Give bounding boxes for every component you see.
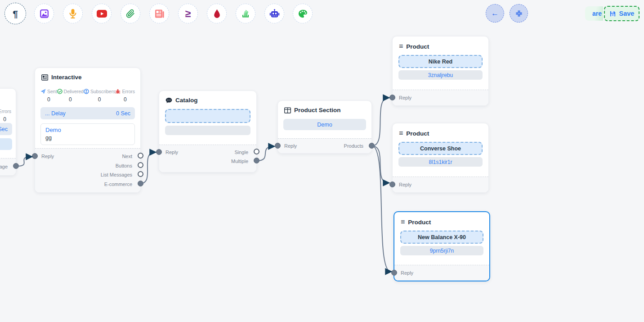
input-port-reply[interactable]: [156, 149, 162, 155]
stats-row: Sent 0 Delivered 0: [35, 81, 140, 103]
output-port-next[interactable]: [138, 153, 143, 159]
node-title: Catalog: [159, 91, 256, 104]
sent-icon: [40, 89, 46, 94]
delay-row[interactable]: 0 Sec: [0, 123, 12, 135]
image-icon: [40, 9, 49, 18]
retailer-id-box: 3znaljrebu: [398, 70, 483, 80]
node-footer: Message: [0, 158, 16, 175]
subscribers-icon: [84, 89, 89, 94]
paperclip-icon: [126, 9, 135, 18]
delivered-icon: [57, 89, 63, 94]
product-section-icon: [284, 107, 291, 113]
input-port-reply[interactable]: [389, 95, 395, 100]
input-port-reply[interactable]: [32, 153, 38, 159]
compress-icon: [515, 10, 523, 17]
node-footer: Reply Products: [278, 138, 371, 153]
youtube-icon: [97, 10, 107, 18]
save-button[interactable]: Save: [604, 6, 640, 21]
node-catalog[interactable]: Catalog Reply Single Multiple: [159, 91, 257, 172]
stack-icon: [241, 9, 250, 18]
tool-condition-button[interactable]: ≥: [178, 4, 198, 23]
tool-sequence-button[interactable]: [236, 4, 255, 23]
left-arrow-icon: ←: [491, 9, 499, 18]
output-port-single[interactable]: [254, 149, 259, 154]
back-button[interactable]: ←: [486, 4, 504, 23]
pilcrow-icon: ¶: [13, 9, 18, 18]
section-name-chip[interactable]: Demo: [283, 119, 366, 130]
output-port-products[interactable]: [369, 143, 375, 149]
product-name-box[interactable]: Converse Shoe: [398, 142, 483, 155]
input-port-reply[interactable]: [275, 143, 281, 149]
stat-errors: Errors: [0, 109, 11, 114]
node-product-3[interactable]: ≡ Product New Balance X-90 9prn5rji7n Re…: [394, 211, 490, 281]
save-button-label: Save: [619, 10, 635, 17]
tool-video-button[interactable]: [92, 4, 112, 23]
menu-icon: ≡: [399, 129, 403, 137]
tool-file-button[interactable]: [121, 4, 140, 23]
node-footer: Reply: [393, 90, 488, 105]
output-port-ecommerce[interactable]: [138, 181, 143, 186]
flow-canvas[interactable]: ¶: [0, 0, 644, 322]
node-title: ≡ Product: [394, 212, 489, 226]
node-title: Product Section: [278, 101, 371, 113]
node-message-clipped[interactable]: Errors 0 0 Sec Message: [0, 88, 16, 176]
droplet-icon: [213, 9, 221, 18]
output-port-list-messages[interactable]: [138, 171, 143, 177]
input-port-reply[interactable]: [389, 181, 395, 187]
newspaper-icon: [155, 9, 164, 18]
output-port-buttons[interactable]: [138, 162, 143, 168]
input-port-reply[interactable]: [391, 270, 397, 276]
node-title: Interactive: [35, 68, 140, 81]
product-name-box[interactable]: Nike Red: [398, 55, 483, 68]
microphone-icon: [68, 9, 77, 18]
node-product-1[interactable]: ≡ Product Nike Red 3znaljrebu Reply: [392, 36, 489, 106]
delay-row[interactable]: ... Delay 0 Sec: [40, 107, 135, 119]
quick-reply-chip[interactable]: [0, 138, 12, 150]
product-name-box[interactable]: New Balance X-90: [400, 231, 483, 244]
tool-image-button[interactable]: [34, 4, 54, 23]
node-product-section[interactable]: Product Section Demo Reply Products: [277, 100, 372, 154]
node-footer: Reply Next Buttons List Messages E-comme…: [35, 148, 140, 192]
errors-icon: [115, 89, 121, 94]
node-interactive[interactable]: Interactive Sent 0: [35, 68, 141, 193]
tool-bot-button[interactable]: [264, 4, 284, 23]
catalog-icon: [165, 97, 172, 104]
menu-icon: ≡: [399, 42, 403, 50]
interactive-icon: [41, 74, 48, 81]
retailer-id-box: 9prn5rji7n: [400, 246, 483, 255]
catalog-placeholder: [165, 126, 250, 135]
greater-equal-icon: ≥: [185, 9, 191, 19]
node-footer: Reply: [393, 177, 488, 192]
message-preview-card[interactable]: Demo gg: [40, 123, 135, 145]
floppy-disk-icon: [609, 10, 616, 17]
robot-icon: [269, 9, 280, 18]
fit-view-button[interactable]: [510, 4, 528, 23]
tool-text-button[interactable]: ¶: [4, 3, 26, 24]
tool-theme-button[interactable]: [293, 4, 313, 23]
tool-template-button[interactable]: [149, 4, 169, 23]
tool-audio-button[interactable]: [63, 4, 83, 23]
node-title: ≡ Product: [393, 36, 488, 50]
palette-icon: [298, 9, 308, 18]
output-port-multiple[interactable]: [254, 158, 259, 163]
node-title: ≡ Product: [393, 123, 488, 137]
node-footer: Reply: [394, 265, 489, 281]
retailer-id-box: 8l1s1kir1r: [398, 157, 483, 167]
node-footer: Reply Single Multiple: [159, 145, 256, 172]
menu-icon: ≡: [401, 218, 405, 226]
node-product-2[interactable]: ≡ Product Converse Shoe 8l1s1kir1r Reply: [392, 123, 489, 193]
save-ghost-partial: are: [585, 6, 603, 21]
node-palette-toolbar: ¶: [0, 0, 644, 27]
tool-drip-button[interactable]: [207, 4, 227, 23]
catalog-dropzone[interactable]: [165, 109, 250, 123]
output-port-message[interactable]: [13, 163, 19, 169]
